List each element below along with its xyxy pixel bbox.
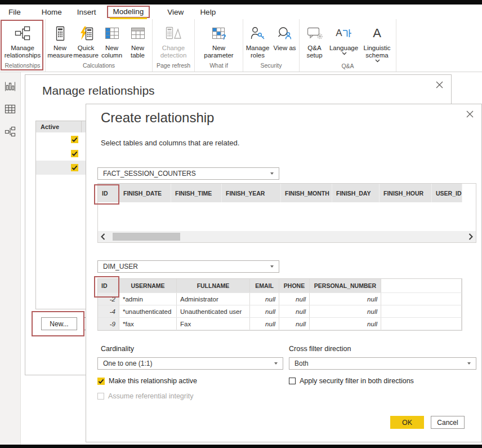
new-parameter-button[interactable]: ? New parameter [199,24,239,59]
ribbon-group-security: Manage roles View as Security [243,19,300,72]
new-measure-button[interactable]: New measure [47,24,73,59]
ribbon-group-calculations: New measure Quick measure [46,19,153,72]
table2-select[interactable]: DIM_USER [97,260,279,273]
svg-text:?: ? [221,33,226,41]
column-header[interactable]: FINISH_DAY [332,184,380,202]
cardinality-value: One to one (1:1) [103,360,152,367]
lightning-calculator-icon [79,24,93,43]
menu-home[interactable]: Home [42,8,62,16]
table-row[interactable]: -4 *unauthenticated Unauthenticated user… [98,305,462,318]
cell-fullname: Fax [177,318,250,330]
quick-measure-label: Quick measure [73,45,99,59]
language-button[interactable]: A Language [328,24,360,55]
ok-button[interactable]: OK [390,416,424,429]
active-checkbox[interactable] [71,150,78,157]
cardinality-select[interactable]: One to one (1:1) [97,357,283,370]
group-label-page-refresh: Page refresh [153,62,194,72]
create-dialog-title: Create relationship [101,110,214,126]
column-header[interactable]: PERSONAL_NUMBER [310,279,381,292]
cell-email: null [250,305,279,317]
change-detection-label: Change detection [155,45,191,59]
report-view-icon[interactable] [5,81,16,92]
close-icon[interactable] [434,79,444,90]
table1-select[interactable]: FACT_SESSION_COUNTERS [97,167,279,180]
dropdown-caret-icon [467,362,471,365]
dim-table-header-row: ID USERNAME FULLNAME EMAIL PHONE PERSONA… [98,279,462,293]
column-header[interactable]: PHONE [279,279,310,292]
new-relationship-button[interactable]: New... [41,317,77,330]
assume-referential-integrity-label: Assume referential integrity [108,392,193,400]
manage-relationships-label: Manage relationships [2,45,43,59]
ribbon-group-what-if: ? New parameter What if [195,19,243,72]
ribbon-group-relationships: Manage relationships Relationships [0,19,46,72]
person-key-icon [251,24,265,43]
quick-measure-button[interactable]: Quick measure [73,24,99,59]
scroll-left-icon[interactable] [101,233,105,240]
horizontal-scrollbar[interactable] [98,231,476,242]
column-header[interactable]: FINISH_MONTH [281,184,332,202]
disabled-checkbox-icon [97,393,104,400]
cell-id: -4 [98,305,119,317]
linguistic-schema-button[interactable]: A Linguistic schema [360,24,395,63]
model-view-icon[interactable] [5,126,16,137]
create-dialog-subtitle: Select tables and columns that are relat… [101,139,239,147]
view-as-button[interactable]: View as [271,24,298,52]
cross-filter-select[interactable]: Both [289,357,476,370]
column-header[interactable]: FINISH_TIME [171,184,222,202]
menu-view[interactable]: View [167,8,184,16]
group-label-calculations: Calculations [46,62,152,72]
column-header[interactable]: USERNAME [119,279,177,292]
language-icon: A [336,24,351,43]
view-sidebar [0,72,21,445]
column-header[interactable]: USER_ID [432,184,462,202]
cancel-button[interactable]: Cancel [431,416,465,429]
cross-filter-label: Cross filter direction [289,345,351,353]
dropdown-caret-icon [274,362,278,365]
table-column-icon [105,24,119,43]
column-header[interactable]: FINISH_DATE [119,184,171,202]
view-as-label: View as [273,45,296,52]
active-checkbox[interactable] [71,164,78,171]
column-header[interactable]: FULLNAME [177,279,250,292]
column-header-filler [381,279,462,292]
new-measure-label: New measure [47,45,73,59]
close-icon[interactable] [465,109,475,119]
column-header[interactable]: ID [98,279,119,292]
menu-file[interactable]: File [8,8,21,16]
dropdown-caret-icon [270,265,274,268]
new-parameter-label: New parameter [199,45,239,59]
column-header[interactable]: EMAIL [250,279,279,292]
scroll-right-icon[interactable] [468,233,473,240]
linguistic-schema-icon: A [373,24,381,43]
menu-help[interactable]: Help [200,8,216,16]
column-header[interactable]: ID [98,184,119,202]
group-label-what-if: What if [195,62,243,72]
menu-modeling[interactable]: Modeling [113,7,144,16]
make-relationship-active-checkbox[interactable]: Make this relationship active [97,377,197,385]
ribbon-group-page-refresh: Change detection Page refresh [153,19,195,72]
new-column-button[interactable]: New column [99,24,125,59]
cell-personal-number: null [310,318,381,330]
data-view-icon[interactable] [5,104,16,114]
cardinality-label: Cardinality [101,345,134,353]
window-top-bar [0,0,482,5]
active-checkbox[interactable] [71,136,78,143]
apply-security-filter-label: Apply security filter in both directions [300,377,414,385]
qa-setup-label: Q&A setup [302,45,328,59]
group-label-security: Security [243,62,299,72]
new-table-label: New table [126,45,150,59]
manage-roles-button[interactable]: Manage roles [244,24,271,59]
table-row[interactable]: -2 *admin Administrator null null null [98,293,462,305]
scrollbar-thumb[interactable] [113,233,180,241]
menu-insert[interactable]: Insert [77,8,96,16]
qa-setup-button[interactable]: Q&A setup [301,24,328,59]
column-header[interactable]: FINISH_YEAR [222,184,281,202]
cell-filler [381,318,462,330]
table2-select-value: DIM_USER [103,263,138,270]
checked-checkbox-icon [97,378,105,385]
manage-relationships-button[interactable]: Manage relationships [1,24,44,59]
table-row[interactable]: -9 *fax Fax null null null [98,318,462,330]
new-table-button[interactable]: New table [125,24,151,59]
apply-security-filter-checkbox[interactable]: Apply security filter in both directions [289,377,414,385]
column-header[interactable]: FINISH_HOUR [380,184,432,202]
